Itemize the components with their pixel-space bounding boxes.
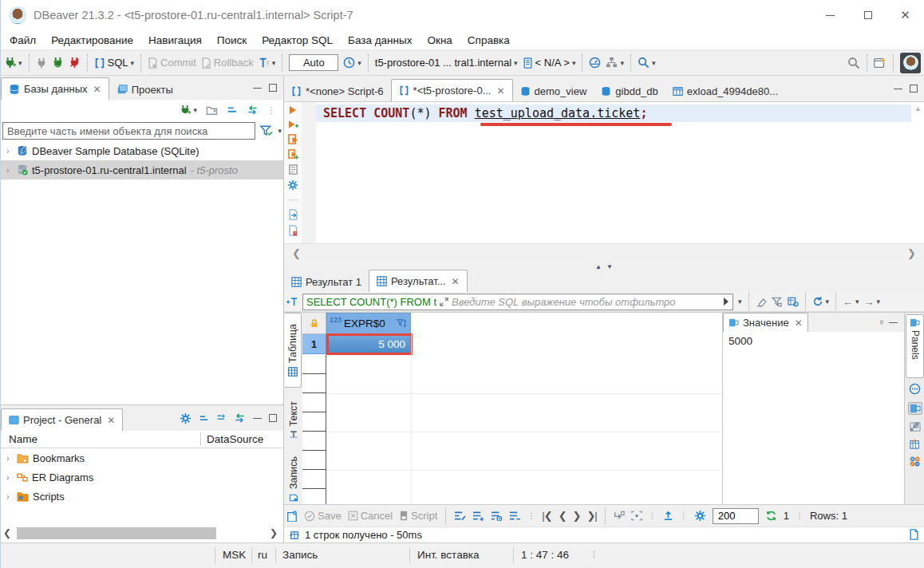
filter-expression-input[interactable] (452, 296, 720, 308)
tab-result-2[interactable]: Результат... ✕ (369, 270, 468, 292)
scrollbar-thumb[interactable] (17, 527, 216, 539)
close-icon[interactable]: ✕ (452, 276, 460, 287)
value-panel-toggle-icon[interactable] (908, 402, 922, 415)
commit-button[interactable]: Commit (148, 57, 196, 69)
tab-script-6[interactable]: *<none> Script-6 (284, 81, 391, 101)
tab-databases[interactable]: Базы данных ✕ (1, 77, 109, 100)
grouping-panel-icon[interactable] (909, 383, 921, 395)
aggregate-panel-icon[interactable] (910, 456, 921, 467)
fetch-size-input[interactable] (713, 508, 759, 524)
reconnect-icon[interactable] (52, 57, 64, 69)
menu-navigate[interactable]: Навигация (148, 34, 202, 46)
close-icon[interactable]: ✕ (795, 318, 803, 329)
minimize-view-icon[interactable] (894, 89, 902, 89)
close-button[interactable]: ✕ (886, 0, 924, 30)
export-result-icon[interactable] (288, 209, 298, 220)
open-perspective-icon[interactable] (874, 57, 886, 69)
scroll-left-icon[interactable]: ❮ (1, 527, 14, 538)
filter-history-caret-icon[interactable]: ▾ (738, 298, 742, 306)
maximize-view-icon[interactable] (269, 414, 277, 422)
grid-corner-cell[interactable] (302, 313, 326, 334)
fetch-prev-button[interactable]: ←▾ (843, 296, 859, 308)
fetch-next-button[interactable]: →▾ (864, 296, 881, 308)
tab-value[interactable]: Значение ✕ (723, 313, 808, 332)
transaction-history-button[interactable]: ▾ (343, 57, 361, 69)
timezone-indicator[interactable]: MSK (223, 549, 246, 561)
menu-help[interactable]: Справка (468, 34, 510, 46)
filter-check-icon[interactable] (260, 125, 273, 137)
chevron-right-icon[interactable]: › (6, 472, 13, 482)
chevron-right-icon[interactable]: › (6, 165, 13, 175)
maximize-view-icon[interactable] (910, 85, 918, 93)
minimize-view-icon[interactable] (889, 322, 898, 323)
tree-item-sample-db[interactable]: › DBeaver Sample Database (SQLite) (1, 141, 283, 160)
export-resultset-icon[interactable] (286, 511, 298, 522)
close-icon[interactable]: ✕ (107, 415, 115, 426)
editor-results-sash[interactable]: ▲▼ (284, 263, 924, 270)
notification-doc-icon[interactable] (909, 529, 919, 540)
apply-filter-icon[interactable] (723, 298, 729, 306)
disconnect-icon[interactable] (69, 57, 81, 69)
minimize-button[interactable] (811, 0, 849, 30)
sql-editor[interactable]: ···· SELECT COUNT(*) FROM test_upload_da… (284, 101, 924, 243)
menu-edit[interactable]: Редактирование (51, 34, 133, 46)
goto-row-icon[interactable] (614, 511, 625, 521)
cancel-button[interactable]: Cancel (348, 510, 393, 522)
menu-database[interactable]: База данных (348, 34, 412, 46)
editor-scroll-up-icon[interactable]: ▲ (914, 105, 922, 112)
column-name[interactable]: Name (1, 433, 38, 445)
tab-script-7[interactable]: *<t5-prostore-0... ✕ (391, 79, 513, 101)
tab-demo-view[interactable]: demo_view (513, 81, 594, 101)
link-with-editor-icon[interactable] (234, 413, 246, 423)
expand-filter-icon[interactable] (440, 298, 448, 306)
export-data-icon[interactable] (663, 511, 673, 521)
first-row-button[interactable]: |❮ (542, 510, 551, 522)
close-icon[interactable]: ✕ (496, 85, 504, 97)
sql-line-1[interactable]: SELECT COUNT(*) FROM test_upload_data.ti… (316, 105, 911, 122)
tree-item-t5-prostore[interactable]: › t5-prostore-01.ru-central1.internal - … (1, 160, 283, 179)
select-row-icon[interactable] (631, 511, 642, 521)
project-horizontal-scrollbar[interactable]: ❮ ❯ (1, 526, 283, 540)
chevron-right-icon[interactable]: › (6, 453, 13, 463)
refresh-result-button[interactable]: ▾ (812, 296, 830, 307)
quick-search-icon[interactable] (847, 57, 860, 69)
connect-icon[interactable] (36, 57, 47, 69)
collapse-all-icon[interactable] (227, 105, 238, 115)
selected-cell-value[interactable]: 5 000 (326, 333, 413, 355)
minimize-view-icon[interactable] (253, 418, 262, 419)
gear-icon[interactable] (180, 412, 192, 424)
sql-editor-button[interactable]: SQL ▾ (94, 57, 135, 69)
tab-result-1[interactable]: Результат 1 (284, 271, 369, 292)
chevron-right-icon[interactable]: › (6, 146, 13, 156)
result-grid[interactable]: 123 EXPR$0 1 5 000 (302, 313, 722, 504)
scroll-left-icon[interactable]: ❮ (292, 247, 301, 259)
tab-projects[interactable]: Проекты (109, 79, 180, 100)
execute-statement-icon[interactable] (288, 105, 298, 115)
maximize-view-icon[interactable] (269, 84, 277, 92)
grid-settings-icon[interactable] (788, 297, 799, 307)
column-datasource[interactable]: DataSource (207, 433, 263, 445)
explain-plan-icon[interactable] (288, 164, 298, 175)
scroll-right-icon[interactable]: ❯ (907, 247, 916, 259)
next-row-button[interactable]: ❯ (573, 510, 581, 522)
save-button[interactable]: Save (304, 510, 342, 522)
edit-cell-icon[interactable] (454, 511, 466, 521)
column-header-expr0[interactable]: 123 EXPR$0 (326, 313, 411, 334)
minimize-view-icon[interactable] (253, 88, 262, 89)
new-connection-button[interactable]: ▾ (4, 57, 22, 69)
link-with-editor-icon[interactable] (247, 105, 259, 115)
script-button[interactable]: Script (399, 510, 437, 522)
dbeaver-perspective-button[interactable] (900, 53, 921, 73)
tab-project-general[interactable]: Project - General ✕ (1, 408, 123, 431)
prev-row-button[interactable]: ❮ (559, 510, 567, 522)
edit-mode-indicator[interactable]: Запись (282, 549, 318, 561)
metadata-panel-icon[interactable] (910, 422, 921, 432)
editor-gear-icon[interactable] (287, 179, 298, 191)
caret-down-icon[interactable]: ▾ (278, 127, 282, 135)
sql-table-name[interactable]: test_upload_data.ticket (475, 106, 641, 120)
tree-item-bookmarks[interactable]: › Bookmarks (1, 448, 283, 467)
view-menu-icon[interactable]: ⋮ (267, 106, 275, 115)
execute-script-icon[interactable] (288, 134, 298, 144)
delete-row-icon[interactable] (509, 511, 521, 521)
tree-item-er-diagrams[interactable]: › ER Diagrams (1, 467, 283, 487)
